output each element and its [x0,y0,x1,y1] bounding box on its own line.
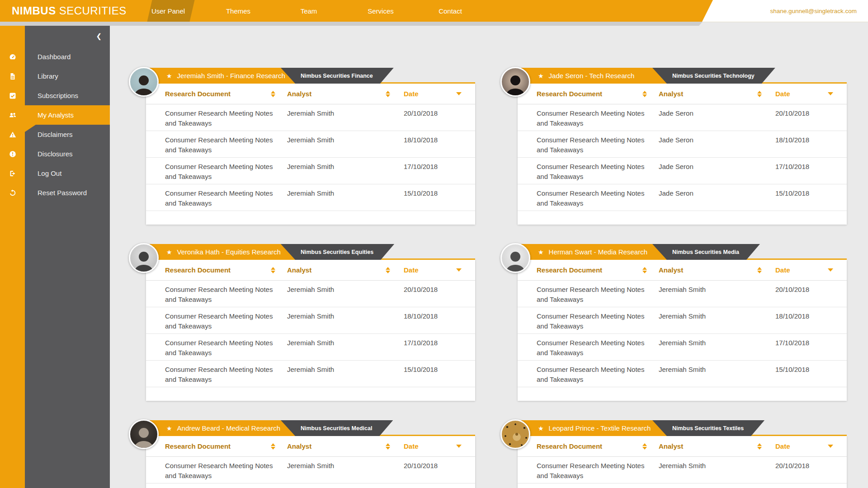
nav-item-contact[interactable]: Contact [439,0,462,22]
column-header-analyst[interactable]: Analyst [659,90,775,98]
research-row[interactable]: Consumer Research Meeting Notes and Take… [146,457,475,483]
analyst-banner[interactable]: ★ Leopard Prince - Textile Research [521,420,667,436]
column-header-document[interactable]: Research Document [537,90,659,98]
research-row[interactable]: Consumer Research Meeting Notes and Take… [518,281,847,307]
sidebar-item-dashboard[interactable]: Dashboard [0,47,110,66]
document-title[interactable]: Consumer Research Meeting Notes and Take… [165,311,278,333]
research-row[interactable]: Consumer Research Meeting Notes and Take… [518,334,847,361]
sort-icon[interactable] [757,267,762,273]
sidebar-item-disclaimers[interactable]: Disclaimers [0,125,110,144]
herman-swart-photo[interactable] [500,243,530,273]
analyst-banner[interactable]: ★ Veronika Hath - Equities Research [150,244,295,260]
column-header-analyst[interactable]: Analyst [287,442,404,450]
andrew-beard-photo[interactable] [129,419,159,449]
analyst-banner[interactable]: ★ Jeremiah Smith - Finance Research [150,68,295,84]
sidebar-item-subscriptions[interactable]: Subscriptions [0,86,110,105]
sidebar-collapse-button[interactable]: ❮ [96,32,102,40]
document-title[interactable]: Consumer Research Meeting Notes and Take… [537,162,650,184]
sort-icon[interactable] [642,267,659,273]
sort-icon[interactable] [271,267,287,273]
document-title[interactable]: Consumer Research Meeting Notes and Take… [537,108,650,131]
sort-icon[interactable] [386,91,390,97]
research-row[interactable]: Consumer Research Meeting Notes and Take… [146,158,475,184]
analyst-banner[interactable]: ★ Jade Seron - Tech Research [521,68,667,84]
document-title[interactable]: Consumer Research Meeting Notes and Take… [537,338,650,360]
veronika-hath-photo[interactable] [129,243,159,273]
research-row[interactable]: Consumer Research Meeting Notes and Take… [518,361,847,387]
column-header-date[interactable]: Date [775,442,834,450]
document-title[interactable]: Consumer Research Meeting Notes and Take… [537,311,650,333]
document-title[interactable]: Consumer Research Meeting Notes and Take… [537,285,650,307]
caret-down-icon[interactable] [828,445,833,448]
document-title[interactable]: Consumer Research Meeting Notes and Take… [165,135,278,157]
research-row[interactable]: Consumer Research Meeting Notes and Take… [518,158,847,184]
research-row[interactable]: Consumer Research Meeting Notes and Take… [146,361,475,387]
column-header-analyst[interactable]: Analyst [287,266,404,274]
user-email[interactable]: shane.gunnell@singletrack.com [770,0,857,22]
nav-item-user-panel[interactable]: User Panel [151,0,185,22]
caret-down-icon[interactable] [828,268,833,272]
research-row[interactable]: Consumer Research Meeting Notes and Take… [518,104,847,131]
jeremiah-smith-photo[interactable] [129,67,159,97]
document-title[interactable]: Consumer Research Meeting Notes and Take… [537,365,650,387]
document-title[interactable]: Consumer Research Meeting Notes and Take… [165,188,278,211]
research-row[interactable]: Consumer Research Meeting Notes and Take… [518,184,847,211]
sidebar-item-library[interactable]: Library [0,66,110,86]
column-header-document[interactable]: Research Document [537,442,659,450]
caret-down-icon[interactable] [828,92,833,95]
column-header-analyst[interactable]: Analyst [659,266,775,274]
research-row[interactable]: Consumer Research Meeting Notes and Take… [146,184,475,211]
document-title[interactable]: Consumer Research Meeting Notes and Take… [165,108,278,131]
column-header-document[interactable]: Research Document [537,266,659,274]
caret-down-icon[interactable] [456,92,462,95]
sidebar-item-reset-password[interactable]: Reset Password [0,183,110,202]
analyst-banner[interactable]: ★ Andrew Beard - Medical Research [150,420,295,436]
caret-down-icon[interactable] [456,445,462,448]
sidebar-item-log-out[interactable]: Log Out [0,164,110,183]
caret-down-icon[interactable] [456,268,462,272]
leopard-prince-photo[interactable] [500,419,530,449]
column-header-analyst[interactable]: Analyst [659,442,775,450]
document-title[interactable]: Consumer Research Meeting Notes and Take… [537,135,650,157]
research-row[interactable]: Consumer Research Meeting Notes and Take… [146,334,475,361]
column-header-document[interactable]: Research Document [165,266,287,274]
column-header-date[interactable]: Date [775,266,834,274]
document-title[interactable]: Consumer Research Meeting Notes and Take… [165,162,278,184]
column-header-analyst[interactable]: Analyst [287,90,404,98]
sort-icon[interactable] [271,443,287,450]
sidebar-item-disclosures[interactable]: Disclosures [0,144,110,164]
brand-logo[interactable]: NIMBUS SECURITIES [12,0,127,22]
research-row[interactable]: Consumer Research Meeting Notes and Take… [146,104,475,131]
sort-icon[interactable] [757,91,762,97]
research-row[interactable]: Consumer Research Meeting Notes and Take… [146,131,475,158]
document-title[interactable]: Consumer Research Meeting Notes and Take… [165,338,278,360]
document-title[interactable]: Consumer Research Meeting Notes and Take… [165,365,278,387]
sort-icon[interactable] [271,91,287,97]
sidebar-item-my-analysts[interactable]: My Analysts [0,105,110,125]
document-title[interactable]: Consumer Research Meeting Notes and Take… [165,285,278,307]
nav-item-services[interactable]: Services [368,0,394,22]
sort-icon[interactable] [386,443,390,450]
nav-item-themes[interactable]: Themes [226,0,250,22]
column-header-date[interactable]: Date [404,266,462,274]
column-header-document[interactable]: Research Document [165,90,287,98]
column-header-date[interactable]: Date [404,90,462,98]
research-row[interactable]: Consumer Research Meeting Notes and Take… [146,307,475,334]
sort-icon[interactable] [757,443,762,450]
research-row[interactable]: Consumer Research Meeting Notes and Take… [518,307,847,334]
column-header-date[interactable]: Date [404,442,462,450]
document-title[interactable]: Consumer Research Meeting Notes and Take… [165,461,278,483]
sort-icon[interactable] [642,443,659,450]
document-title[interactable]: Consumer Research Meeting Notes and Take… [537,188,650,211]
analyst-banner[interactable]: ★ Herman Swart - Media Research [521,244,667,260]
sort-icon[interactable] [642,91,659,97]
column-header-document[interactable]: Research Document [165,442,287,450]
research-row[interactable]: Consumer Research Meeting Notes and Take… [146,281,475,307]
jade-seron-photo[interactable] [500,67,530,97]
research-row[interactable]: Consumer Research Meeting Notes and Take… [518,131,847,158]
sort-icon[interactable] [386,267,390,273]
column-header-date[interactable]: Date [775,90,834,98]
nav-item-team[interactable]: Team [301,0,317,22]
research-row[interactable]: Consumer Research Meeting Notes and Take… [518,457,847,483]
document-title[interactable]: Consumer Research Meeting Notes and Take… [537,461,650,483]
